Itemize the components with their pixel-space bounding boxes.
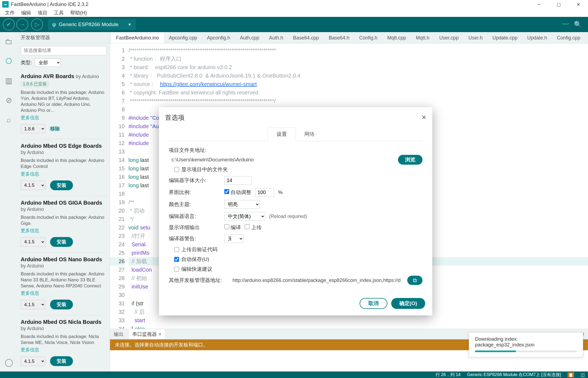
tab-network[interactable]: 网络 (295, 128, 324, 141)
notification-icon[interactable]: 📋 (568, 372, 574, 377)
dialog-close-icon[interactable]: ✕ (421, 114, 426, 121)
type-select[interactable]: 全部 (35, 59, 61, 67)
board-desc: Boards included in this package: Arduino… (21, 271, 106, 289)
output-tab[interactable]: 输出 (114, 331, 124, 337)
editor-tab[interactable]: Apconfig.cpp (164, 32, 202, 43)
editor-tab[interactable]: Base64.h (324, 32, 354, 43)
menu-item[interactable]: 工具 (51, 9, 66, 17)
install-button[interactable]: 安装 (50, 356, 73, 366)
editor-tab[interactable]: FastBeeArduino.ino (111, 32, 164, 43)
ok-button[interactable]: 确定(O) (391, 298, 425, 309)
board-card: Arduino AVR Boards by Arduino1.8.6 已安装Bo… (21, 69, 106, 139)
version-select[interactable]: 1.8.6 (21, 124, 45, 133)
more-info-link[interactable]: 更多信息 (21, 171, 106, 177)
verify-button[interactable]: ✔ (3, 19, 15, 30)
menu-item[interactable]: 项目 (35, 9, 50, 17)
scale-label: 界面比例: (169, 189, 220, 196)
serial-monitor-icon[interactable]: 🔍 (574, 21, 582, 28)
sketch-path-input[interactable] (169, 155, 394, 165)
cursor-pos: 行 26，列 14 (436, 372, 461, 378)
more-info-link[interactable]: 更多信息 (21, 115, 106, 121)
more-info-link[interactable]: 更多信息 (21, 347, 106, 353)
close-button[interactable]: ✕ (568, 0, 588, 9)
board-selector[interactable]: ψ Generic ESP8266 Module ▼ (48, 19, 136, 30)
board-name: Arduino Mbed OS Edge Boards by Arduino (21, 143, 106, 155)
browse-button[interactable]: 浏览 (398, 155, 422, 165)
tab-settings[interactable]: 设置 (268, 128, 296, 141)
editor-tab[interactable]: Update.cpp (488, 32, 522, 43)
theme-label: 颜色主题: (169, 201, 220, 208)
boards-manager-icon[interactable]: ⎔ (4, 56, 14, 66)
editor-tab[interactable]: Config.h (354, 32, 382, 43)
install-button[interactable]: 安装 (50, 180, 73, 190)
show-files-check[interactable]: 显示项目中的文件夹 (174, 166, 422, 173)
version-select[interactable]: 4.1.5 (21, 181, 45, 190)
autosave-check[interactable]: 自动保存(U) (174, 256, 422, 263)
more-info-link[interactable]: 更多信息 (21, 290, 106, 296)
install-button[interactable]: 安装 (50, 237, 73, 247)
board-urls-label: 其他开发板管理器地址: (169, 277, 226, 284)
editor-tab[interactable]: Auth.h (264, 32, 288, 43)
editor-tab[interactable]: Mqtt.cpp (382, 32, 411, 43)
sketchbook-icon[interactable]: 🗀 (4, 36, 14, 46)
editor-tab[interactable]: Auth.cpp (235, 32, 264, 43)
bm-search-input[interactable] (21, 46, 106, 55)
editor-tabs: FastBeeArduino.inoApconfig.cppApconfig.h… (110, 32, 588, 44)
sketch-path-label: 项目文件夹地址: (169, 147, 422, 154)
chevron-down-icon: ▼ (128, 22, 131, 27)
menu-item[interactable]: 帮助(H) (68, 9, 90, 17)
close-panel-icon[interactable]: ◫ (581, 372, 585, 377)
serial-monitor-tab[interactable]: 串口监视器 ✕ (129, 329, 165, 339)
board-urls-input[interactable] (230, 276, 403, 285)
version-select[interactable]: 4.1.5 (21, 357, 45, 366)
auto-scale-check[interactable]: 自动调整 (224, 189, 251, 196)
editor-tab[interactable]: Mqtt.h (411, 32, 434, 43)
compiler-warn-label: 编译器警告: (169, 235, 220, 242)
board-desc: Boards included in this package: Nicla S… (21, 334, 106, 346)
install-button[interactable]: 安装 (50, 300, 73, 309)
menu-item[interactable]: 编辑 (19, 9, 34, 17)
compiler-warn-select[interactable]: 无 (224, 234, 243, 243)
type-label: 类型: (21, 59, 32, 66)
editor-tab[interactable]: User.cpp (434, 32, 464, 43)
remove-button[interactable]: 移除 (50, 125, 60, 132)
expand-urls-button[interactable]: ⧉ (407, 276, 422, 285)
debug-button[interactable]: ▷ (31, 19, 43, 30)
board-status[interactable]: Generic ESP8266 Module 在COM7上 [没有连接] (467, 372, 561, 378)
scale-input[interactable] (255, 188, 274, 197)
toast-text: Downloading index: package_esp32_index.j… (475, 336, 577, 348)
menu-item[interactable]: 文件 (2, 9, 17, 17)
board-desc: Boards included in this package: Arduino… (21, 214, 106, 226)
version-select[interactable]: 4.1.5 (21, 300, 45, 309)
upload-check[interactable]: 上传 (245, 224, 261, 231)
dialog-title: 首选项 (165, 113, 185, 122)
account-icon[interactable]: ◯ (4, 357, 14, 367)
title-bar: ∞ FastBeeArduino | Arduino IDE 2.3.2 ─ ▢… (0, 0, 588, 9)
editor-tab[interactable]: Config.cpp (552, 32, 585, 43)
quick-suggest-check[interactable]: 编辑快速建议 (174, 266, 422, 273)
editor-tab[interactable]: Base64.cpp (288, 32, 324, 43)
download-toast: Downloading index: package_esp32_index.j… (469, 332, 583, 357)
version-select[interactable]: 4.1.5 (21, 237, 45, 247)
editor-tab[interactable]: Update.h (522, 32, 552, 43)
editor-tab[interactable]: Apconfig.h (202, 32, 235, 43)
close-tab-icon[interactable]: ✕ (158, 332, 162, 337)
debug-icon[interactable]: ⊘ (4, 95, 14, 105)
theme-select[interactable]: 明亮 (224, 200, 260, 209)
lang-select[interactable]: 中文(简体) (224, 212, 265, 221)
more-info-link[interactable]: 更多信息 (21, 228, 106, 234)
board-name: Arduino Mbed OS Nicla Boards by Arduino (21, 319, 106, 331)
minimize-button[interactable]: ─ (529, 0, 549, 9)
serial-plotter-icon[interactable]: 〰 (562, 21, 569, 28)
maximize-button[interactable]: ▢ (549, 0, 568, 9)
verify-upload-check[interactable]: 上传后验证代码 (174, 246, 422, 253)
search-icon[interactable]: ⌕ (4, 115, 14, 125)
font-size-input[interactable] (224, 176, 252, 185)
library-manager-icon[interactable]: ▥ (4, 76, 14, 85)
cancel-button[interactable]: 取消 (360, 298, 387, 309)
editor-tab[interactable]: User.h (464, 32, 488, 43)
compile-check[interactable]: 编译 (224, 224, 241, 231)
tabs-overflow-icon[interactable]: ⋯ (585, 36, 588, 43)
upload-button[interactable]: → (16, 19, 28, 30)
board-desc: Boards included in this package: Arduino… (21, 90, 106, 113)
